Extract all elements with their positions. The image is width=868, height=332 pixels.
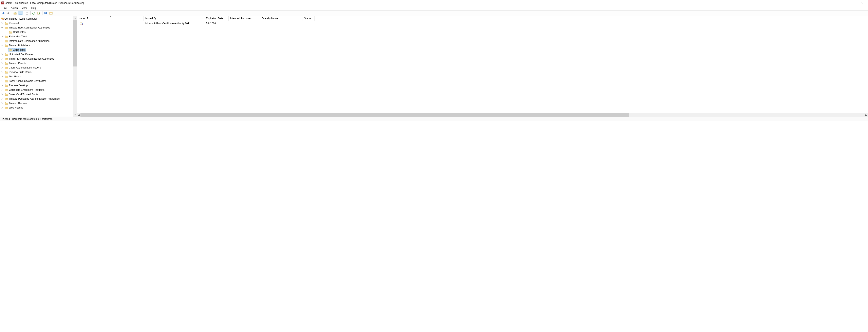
tree-item[interactable]: Certificates	[0, 48, 73, 52]
tree-item[interactable]: Trusted Devices	[0, 101, 73, 105]
tree-item-label: Trusted People	[9, 62, 26, 65]
tree-item[interactable]: Preview Build Roots	[0, 70, 73, 74]
scroll-left-icon[interactable]: ◀	[77, 113, 81, 117]
folder-icon	[5, 80, 8, 82]
show-hide-tree-button[interactable]	[18, 11, 23, 15]
expand-toggle[interactable]	[1, 53, 4, 55]
expand-toggle[interactable]	[1, 102, 4, 104]
folder-icon	[5, 62, 8, 65]
tree-item-label: Web Hosting	[9, 106, 23, 109]
column-header[interactable]: Intended Purposes	[228, 16, 260, 21]
tree-item-label: Trusted Packaged App Installation Author…	[9, 97, 60, 100]
tree-item[interactable]: Intermediate Certification Authorities	[0, 39, 73, 43]
menu-view[interactable]: View	[20, 6, 29, 10]
cell-expiration: 7/8/2026	[205, 22, 228, 25]
expand-toggle[interactable]	[1, 44, 4, 46]
tree-item[interactable]: Third-Party Root Certification Authoriti…	[0, 57, 73, 61]
list-pane: Issued ToIssued ByExpiration DateIntende…	[77, 16, 868, 117]
expand-toggle[interactable]	[1, 71, 4, 73]
export-button[interactable]	[37, 11, 41, 15]
window-title: certlm - [Certificates - Local Computer\…	[5, 2, 839, 4]
tree-item-label: Trusted Root Certification Authorities	[9, 26, 50, 29]
tree-item[interactable]: Local NonRemovable Certificates	[0, 79, 73, 83]
expand-toggle[interactable]	[1, 36, 4, 38]
tree-item[interactable]: Personal	[0, 21, 73, 26]
tree-item-label: Preview Build Roots	[9, 71, 32, 73]
scroll-up-icon[interactable]: ▲	[73, 16, 77, 20]
forward-button[interactable]	[6, 11, 11, 15]
expand-toggle[interactable]	[1, 93, 4, 95]
separator	[30, 11, 31, 15]
expand-toggle[interactable]	[1, 40, 4, 42]
help-button[interactable]: ?	[43, 11, 48, 15]
tree-item[interactable]: Trusted Publishers	[0, 43, 73, 48]
expand-toggle[interactable]	[1, 27, 4, 29]
svg-rect-9	[19, 12, 22, 14]
expand-toggle[interactable]	[1, 89, 4, 91]
folder-icon	[5, 35, 8, 38]
tree-root-label: Certificates - Local Computer	[4, 18, 37, 20]
status-text: Trusted Publishers store contains 1 cert…	[1, 118, 53, 121]
tree-item[interactable]: Certificate Enrollment Requests	[0, 88, 73, 92]
tree-scrollbar[interactable]: ▲ ▼	[73, 16, 77, 117]
properties-button[interactable]	[49, 11, 53, 15]
close-button[interactable]	[858, 0, 867, 6]
scroll-right-icon[interactable]: ▶	[864, 113, 868, 117]
folder-icon	[5, 58, 8, 60]
expand-toggle[interactable]	[1, 107, 4, 109]
tree-item[interactable]: Enterprise Trust	[0, 34, 73, 39]
expand-toggle[interactable]	[1, 80, 4, 82]
copy-button[interactable]	[25, 11, 30, 15]
column-headers: Issued ToIssued ByExpiration DateIntende…	[77, 16, 868, 21]
minimize-button[interactable]	[839, 0, 848, 6]
expand-toggle[interactable]	[1, 62, 4, 64]
tree-item-label: Personal	[9, 22, 19, 25]
column-header[interactable]: Status	[302, 16, 314, 21]
maximize-button[interactable]	[848, 0, 858, 6]
tree-item[interactable]: Untrusted Certificates	[0, 52, 73, 57]
tree-item[interactable]: Smart Card Trusted Roots	[0, 92, 73, 97]
tree-item[interactable]: Certificates	[0, 30, 73, 34]
tree-item-label: Certificates	[13, 48, 26, 51]
expand-toggle[interactable]	[1, 58, 4, 60]
tree-item[interactable]: Remote Desktop	[0, 83, 73, 88]
tree-item[interactable]: Client Authentication Issuers	[0, 65, 73, 70]
scroll-down-icon[interactable]: ▼	[73, 113, 77, 117]
scroll-thumb[interactable]	[81, 113, 629, 117]
expand-toggle[interactable]	[1, 75, 4, 77]
table-row[interactable]: Microsoft Root Certificate Authority 201…	[77, 21, 868, 26]
folder-icon	[5, 71, 8, 73]
column-header[interactable]: Issued By	[144, 16, 205, 21]
menu-file[interactable]: File	[1, 6, 9, 10]
list-h-scrollbar[interactable]: ◀ ▶	[77, 113, 868, 117]
back-button[interactable]	[1, 11, 6, 15]
folder-icon	[5, 22, 8, 25]
tree-pane: Certificates - Local Computer PersonalTr…	[0, 16, 77, 117]
up-button[interactable]	[13, 11, 18, 15]
column-header[interactable]: Issued To	[77, 16, 144, 21]
folder-icon	[5, 40, 8, 42]
expand-toggle[interactable]	[1, 85, 4, 87]
help-icon: ?	[44, 12, 47, 14]
tree-root[interactable]: Certificates - Local Computer	[0, 16, 73, 21]
tree-item[interactable]: Test Roots	[0, 74, 73, 79]
arrow-right-icon	[7, 12, 10, 14]
menu-action[interactable]: Action	[9, 6, 20, 10]
column-header[interactable]: Friendly Name	[260, 16, 302, 21]
tree-item[interactable]: Trusted Root Certification Authorities	[0, 26, 73, 30]
folder-icon	[5, 89, 8, 91]
tree-item[interactable]: Web Hosting	[0, 105, 73, 110]
menu-help[interactable]: Help	[29, 6, 39, 10]
pane-icon	[19, 12, 22, 14]
tree-item[interactable]: Trusted People	[0, 61, 73, 65]
tree-item-label: Intermediate Certification Authorities	[9, 40, 50, 42]
tree-item[interactable]: Trusted Packaged App Installation Author…	[0, 97, 73, 101]
column-header[interactable]: Expiration Date	[205, 16, 228, 21]
expand-toggle[interactable]	[1, 67, 4, 69]
folder-icon	[5, 27, 8, 29]
refresh-button[interactable]	[31, 11, 36, 15]
folder-icon	[5, 98, 8, 100]
scroll-thumb[interactable]	[73, 20, 77, 66]
expand-toggle[interactable]	[1, 22, 4, 24]
expand-toggle[interactable]	[1, 98, 4, 100]
